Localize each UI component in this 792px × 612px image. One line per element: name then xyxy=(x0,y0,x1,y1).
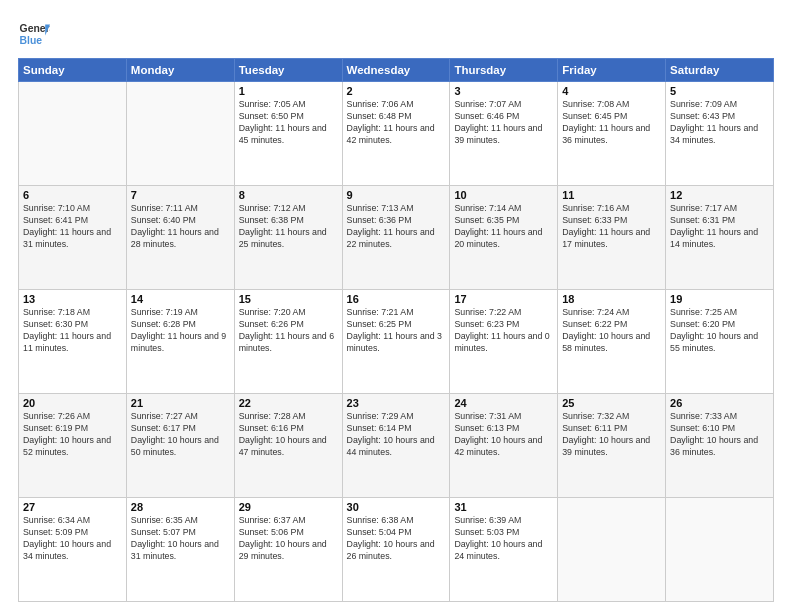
svg-text:Blue: Blue xyxy=(20,35,43,46)
day-number: 7 xyxy=(131,189,230,201)
day-number: 3 xyxy=(454,85,553,97)
calendar-cell: 10Sunrise: 7:14 AM Sunset: 6:35 PM Dayli… xyxy=(450,186,558,290)
day-number: 6 xyxy=(23,189,122,201)
cell-info: Sunrise: 7:05 AM Sunset: 6:50 PM Dayligh… xyxy=(239,99,338,147)
calendar-week-2: 6Sunrise: 7:10 AM Sunset: 6:41 PM Daylig… xyxy=(19,186,774,290)
cell-info: Sunrise: 7:11 AM Sunset: 6:40 PM Dayligh… xyxy=(131,203,230,251)
calendar-cell: 6Sunrise: 7:10 AM Sunset: 6:41 PM Daylig… xyxy=(19,186,127,290)
calendar-cell xyxy=(558,498,666,602)
cell-info: Sunrise: 7:09 AM Sunset: 6:43 PM Dayligh… xyxy=(670,99,769,147)
calendar-cell: 16Sunrise: 7:21 AM Sunset: 6:25 PM Dayli… xyxy=(342,290,450,394)
day-number: 5 xyxy=(670,85,769,97)
calendar-cell: 15Sunrise: 7:20 AM Sunset: 6:26 PM Dayli… xyxy=(234,290,342,394)
day-number: 25 xyxy=(562,397,661,409)
calendar-cell: 27Sunrise: 6:34 AM Sunset: 5:09 PM Dayli… xyxy=(19,498,127,602)
cell-info: Sunrise: 6:37 AM Sunset: 5:06 PM Dayligh… xyxy=(239,515,338,563)
cell-info: Sunrise: 7:06 AM Sunset: 6:48 PM Dayligh… xyxy=(347,99,446,147)
cell-info: Sunrise: 7:21 AM Sunset: 6:25 PM Dayligh… xyxy=(347,307,446,355)
day-header-saturday: Saturday xyxy=(666,59,774,82)
day-number: 4 xyxy=(562,85,661,97)
calendar-cell: 9Sunrise: 7:13 AM Sunset: 6:36 PM Daylig… xyxy=(342,186,450,290)
day-number: 26 xyxy=(670,397,769,409)
cell-info: Sunrise: 7:13 AM Sunset: 6:36 PM Dayligh… xyxy=(347,203,446,251)
calendar-cell: 4Sunrise: 7:08 AM Sunset: 6:45 PM Daylig… xyxy=(558,82,666,186)
day-number: 10 xyxy=(454,189,553,201)
calendar-header-row: SundayMondayTuesdayWednesdayThursdayFrid… xyxy=(19,59,774,82)
day-number: 16 xyxy=(347,293,446,305)
cell-info: Sunrise: 7:18 AM Sunset: 6:30 PM Dayligh… xyxy=(23,307,122,355)
day-number: 17 xyxy=(454,293,553,305)
day-number: 31 xyxy=(454,501,553,513)
day-header-friday: Friday xyxy=(558,59,666,82)
calendar-cell: 21Sunrise: 7:27 AM Sunset: 6:17 PM Dayli… xyxy=(126,394,234,498)
cell-info: Sunrise: 7:31 AM Sunset: 6:13 PM Dayligh… xyxy=(454,411,553,459)
day-number: 1 xyxy=(239,85,338,97)
calendar-cell: 1Sunrise: 7:05 AM Sunset: 6:50 PM Daylig… xyxy=(234,82,342,186)
day-number: 30 xyxy=(347,501,446,513)
day-number: 14 xyxy=(131,293,230,305)
calendar-cell: 20Sunrise: 7:26 AM Sunset: 6:19 PM Dayli… xyxy=(19,394,127,498)
calendar-cell: 3Sunrise: 7:07 AM Sunset: 6:46 PM Daylig… xyxy=(450,82,558,186)
calendar-cell: 2Sunrise: 7:06 AM Sunset: 6:48 PM Daylig… xyxy=(342,82,450,186)
calendar-week-1: 1Sunrise: 7:05 AM Sunset: 6:50 PM Daylig… xyxy=(19,82,774,186)
calendar-cell: 19Sunrise: 7:25 AM Sunset: 6:20 PM Dayli… xyxy=(666,290,774,394)
calendar-cell: 17Sunrise: 7:22 AM Sunset: 6:23 PM Dayli… xyxy=(450,290,558,394)
calendar-cell: 7Sunrise: 7:11 AM Sunset: 6:40 PM Daylig… xyxy=(126,186,234,290)
calendar-cell: 18Sunrise: 7:24 AM Sunset: 6:22 PM Dayli… xyxy=(558,290,666,394)
calendar-cell: 5Sunrise: 7:09 AM Sunset: 6:43 PM Daylig… xyxy=(666,82,774,186)
calendar-page: General Blue SundayMondayTuesdayWednesda… xyxy=(0,0,792,612)
day-number: 24 xyxy=(454,397,553,409)
day-number: 19 xyxy=(670,293,769,305)
header: General Blue xyxy=(18,18,774,50)
calendar-cell xyxy=(126,82,234,186)
day-number: 12 xyxy=(670,189,769,201)
cell-info: Sunrise: 7:20 AM Sunset: 6:26 PM Dayligh… xyxy=(239,307,338,355)
calendar-cell: 11Sunrise: 7:16 AM Sunset: 6:33 PM Dayli… xyxy=(558,186,666,290)
day-number: 13 xyxy=(23,293,122,305)
day-number: 21 xyxy=(131,397,230,409)
calendar-cell: 14Sunrise: 7:19 AM Sunset: 6:28 PM Dayli… xyxy=(126,290,234,394)
cell-info: Sunrise: 7:33 AM Sunset: 6:10 PM Dayligh… xyxy=(670,411,769,459)
calendar-cell: 26Sunrise: 7:33 AM Sunset: 6:10 PM Dayli… xyxy=(666,394,774,498)
calendar-cell: 13Sunrise: 7:18 AM Sunset: 6:30 PM Dayli… xyxy=(19,290,127,394)
cell-info: Sunrise: 6:35 AM Sunset: 5:07 PM Dayligh… xyxy=(131,515,230,563)
cell-info: Sunrise: 7:25 AM Sunset: 6:20 PM Dayligh… xyxy=(670,307,769,355)
cell-info: Sunrise: 7:28 AM Sunset: 6:16 PM Dayligh… xyxy=(239,411,338,459)
cell-info: Sunrise: 7:24 AM Sunset: 6:22 PM Dayligh… xyxy=(562,307,661,355)
day-number: 2 xyxy=(347,85,446,97)
calendar-cell: 24Sunrise: 7:31 AM Sunset: 6:13 PM Dayli… xyxy=(450,394,558,498)
cell-info: Sunrise: 7:19 AM Sunset: 6:28 PM Dayligh… xyxy=(131,307,230,355)
day-number: 11 xyxy=(562,189,661,201)
calendar-cell: 25Sunrise: 7:32 AM Sunset: 6:11 PM Dayli… xyxy=(558,394,666,498)
calendar-cell: 23Sunrise: 7:29 AM Sunset: 6:14 PM Dayli… xyxy=(342,394,450,498)
cell-info: Sunrise: 7:16 AM Sunset: 6:33 PM Dayligh… xyxy=(562,203,661,251)
logo-icon: General Blue xyxy=(18,18,50,50)
cell-info: Sunrise: 7:08 AM Sunset: 6:45 PM Dayligh… xyxy=(562,99,661,147)
day-header-monday: Monday xyxy=(126,59,234,82)
day-number: 15 xyxy=(239,293,338,305)
day-number: 20 xyxy=(23,397,122,409)
cell-info: Sunrise: 7:17 AM Sunset: 6:31 PM Dayligh… xyxy=(670,203,769,251)
cell-info: Sunrise: 6:39 AM Sunset: 5:03 PM Dayligh… xyxy=(454,515,553,563)
cell-info: Sunrise: 7:12 AM Sunset: 6:38 PM Dayligh… xyxy=(239,203,338,251)
calendar-cell: 12Sunrise: 7:17 AM Sunset: 6:31 PM Dayli… xyxy=(666,186,774,290)
calendar-cell: 8Sunrise: 7:12 AM Sunset: 6:38 PM Daylig… xyxy=(234,186,342,290)
day-number: 22 xyxy=(239,397,338,409)
calendar-cell: 22Sunrise: 7:28 AM Sunset: 6:16 PM Dayli… xyxy=(234,394,342,498)
day-number: 23 xyxy=(347,397,446,409)
calendar-cell xyxy=(19,82,127,186)
cell-info: Sunrise: 7:14 AM Sunset: 6:35 PM Dayligh… xyxy=(454,203,553,251)
day-header-thursday: Thursday xyxy=(450,59,558,82)
calendar-cell: 28Sunrise: 6:35 AM Sunset: 5:07 PM Dayli… xyxy=(126,498,234,602)
calendar-week-3: 13Sunrise: 7:18 AM Sunset: 6:30 PM Dayli… xyxy=(19,290,774,394)
day-number: 27 xyxy=(23,501,122,513)
logo: General Blue xyxy=(18,18,50,50)
day-number: 18 xyxy=(562,293,661,305)
day-number: 29 xyxy=(239,501,338,513)
cell-info: Sunrise: 7:27 AM Sunset: 6:17 PM Dayligh… xyxy=(131,411,230,459)
cell-info: Sunrise: 7:22 AM Sunset: 6:23 PM Dayligh… xyxy=(454,307,553,355)
calendar-cell: 30Sunrise: 6:38 AM Sunset: 5:04 PM Dayli… xyxy=(342,498,450,602)
cell-info: Sunrise: 6:38 AM Sunset: 5:04 PM Dayligh… xyxy=(347,515,446,563)
day-header-tuesday: Tuesday xyxy=(234,59,342,82)
cell-info: Sunrise: 7:10 AM Sunset: 6:41 PM Dayligh… xyxy=(23,203,122,251)
